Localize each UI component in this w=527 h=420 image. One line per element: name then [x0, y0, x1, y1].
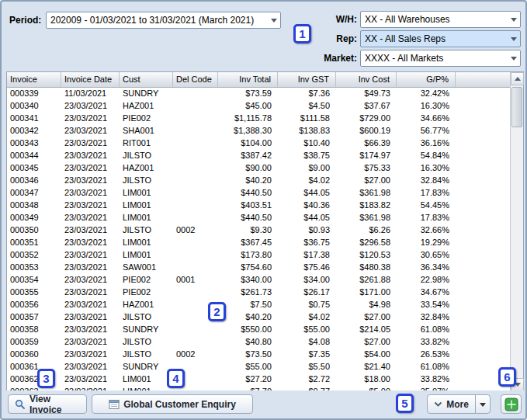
- table-cell: $4.02: [278, 311, 336, 324]
- table-cell: 23/03/2021: [61, 237, 120, 249]
- table-row[interactable]: 00034523/03/2021HAZ001$90.00$9.00$75.331…: [7, 162, 510, 175]
- table-cell: 000349: [7, 212, 61, 224]
- table-cell: $40.36: [278, 200, 336, 212]
- table-cell: 32.66%: [397, 224, 456, 237]
- table-row[interactable]: 00035023/03/2021JILSTO0002$9.30$0.93$6.2…: [7, 224, 510, 237]
- table-cell: $4.98: [336, 299, 397, 311]
- table-cell: 23/03/2021: [61, 187, 120, 200]
- market-select[interactable]: XXXX - All Markets: [360, 50, 521, 67]
- column-header-inv-cost[interactable]: Inv Cost: [336, 72, 397, 87]
- table-cell: JILSTO: [120, 224, 173, 237]
- warehouse-select[interactable]: XX - All Warehouses: [360, 11, 521, 28]
- table-row[interactable]: 00034923/03/2021LIM001$440.50$44.05$361.…: [7, 212, 510, 224]
- table-cell: $361.98: [336, 212, 397, 224]
- table-row[interactable]: 00034223/03/2021SHA001$1,388.30$138.83$6…: [7, 125, 510, 137]
- table-cell: 23/03/2021: [61, 224, 120, 237]
- column-header-inv-gst[interactable]: Inv GST: [278, 72, 336, 87]
- chevron-down-icon[interactable]: [507, 12, 520, 27]
- more-dropdown-arrow-button[interactable]: [475, 394, 491, 414]
- table-cell: $40.80: [218, 336, 278, 349]
- scroll-up-button[interactable]: [511, 72, 524, 85]
- table-cell: $480.38: [336, 262, 397, 274]
- table-cell: 0002: [173, 224, 218, 237]
- column-header-invoice[interactable]: Invoice: [7, 72, 61, 87]
- view-invoice-label: View Invoice: [29, 394, 80, 415]
- table-cell: $75.46: [278, 262, 336, 274]
- view-invoice-button[interactable]: View Invoice: [8, 394, 87, 414]
- table-cell: $55.00: [278, 324, 336, 336]
- table-cell: $27.20: [218, 373, 278, 386]
- table-cell-filler: [456, 88, 510, 100]
- table-cell-filler: [456, 286, 510, 299]
- table-cell: 23/03/2021: [61, 100, 120, 113]
- table-cell: 000342: [7, 125, 61, 137]
- table-cell: $367.45: [218, 237, 278, 249]
- table-cell: $1,388.30: [218, 125, 278, 137]
- column-header-invoice-date[interactable]: Invoice Date: [61, 72, 120, 87]
- table-cell: 000354: [7, 274, 61, 286]
- table-cell: HAZ001: [120, 162, 173, 175]
- table-cell: PIE002: [120, 286, 173, 299]
- table-row[interactable]: 00035423/03/2021PIE0020001$340.00$34.00$…: [7, 274, 510, 286]
- table-row[interactable]: 00036023/03/2021JILSTO0002$73.50$7.35$54…: [7, 349, 510, 361]
- table-cell: [173, 237, 218, 249]
- period-select[interactable]: 202009 - 01/03/2021 to 31/03/2021 (March…: [46, 12, 281, 29]
- table-row[interactable]: 00034023/03/2021HAZ001$45.00$4.50$37.671…: [7, 100, 510, 113]
- rep-select[interactable]: XX - All Sales Reps: [360, 30, 521, 47]
- vertical-scrollbar[interactable]: [510, 72, 523, 391]
- chevron-down-icon[interactable]: [507, 50, 520, 66]
- table-cell-filler: [456, 175, 510, 187]
- chevron-down-icon[interactable]: [267, 12, 280, 28]
- table-cell: 000343: [7, 137, 61, 150]
- table-cell: $387.42: [218, 150, 278, 162]
- market-label: Market:: [324, 53, 357, 64]
- table-row[interactable]: 00034723/03/2021LIM001$440.50$44.05$361.…: [7, 187, 510, 200]
- column-header-gp-percent[interactable]: G/P%: [397, 72, 456, 87]
- table-cell-filler: [456, 324, 510, 336]
- table-row[interactable]: 00034623/03/2021JILSTO$40.20$4.02$27.003…: [7, 175, 510, 187]
- table-cell: $44.05: [278, 187, 336, 200]
- rep-label: Rep:: [326, 33, 357, 44]
- table-cell: $40.20: [218, 311, 278, 324]
- table-row[interactable]: 00035823/03/2021SUNDRY$550.00$55.00$214.…: [7, 324, 510, 336]
- table-row[interactable]: 00035523/03/2021PIE002$261.73$26.17$171.…: [7, 286, 510, 299]
- more-button[interactable]: More: [427, 394, 476, 414]
- table-cell: SUNDRY: [120, 361, 173, 373]
- table-row[interactable]: 00035223/03/2021LIM001$173.80$17.38$120.…: [7, 249, 510, 262]
- table-row[interactable]: 00035723/03/2021JILSTO$40.20$4.02$27.003…: [7, 311, 510, 324]
- table-row[interactable]: 00033911/03/2021SUNDRY$73.59$7.36$49.733…: [7, 88, 510, 100]
- table-cell: JILSTO: [120, 150, 173, 162]
- table-cell: $4.08: [278, 336, 336, 349]
- table-cell: $21.40: [336, 361, 397, 373]
- table-row[interactable]: 00034123/03/2021PIE002$1,115.78$111.58$7…: [7, 113, 510, 125]
- table-row[interactable]: 00035323/03/2021SAW001$754.60$75.46$480.…: [7, 262, 510, 274]
- export-to-excel-button[interactable]: [501, 394, 522, 414]
- table-cell: [173, 262, 218, 274]
- table-cell: 000341: [7, 113, 61, 125]
- table-cell: [173, 175, 218, 187]
- table-row[interactable]: 00036123/03/2021SUNDRY$55.00$5.50$21.406…: [7, 361, 510, 373]
- global-customer-enquiry-button[interactable]: Global Customer Enquiry: [92, 394, 253, 414]
- table-row[interactable]: 00035623/03/2021HAZ001$7.50$0.75$4.9833.…: [7, 299, 510, 311]
- annotation-badge-6: 6: [498, 367, 516, 387]
- table-cell: 32.84%: [397, 311, 456, 324]
- magnifier-icon: [15, 399, 26, 410]
- column-header-del-code[interactable]: Del Code: [173, 72, 218, 87]
- table-row[interactable]: 00036223/03/2021LIM001$27.20$2.72$18.003…: [7, 373, 510, 386]
- table-row[interactable]: 00034423/03/2021JILSTO$387.42$38.75$174.…: [7, 150, 510, 162]
- table-cell: $0.93: [278, 224, 336, 237]
- chevron-down-icon[interactable]: [507, 31, 520, 47]
- table-cell: $104.00: [218, 137, 278, 150]
- table-row[interactable]: 00034323/03/2021RIT001$104.00$10.40$66.3…: [7, 137, 510, 150]
- table-cell: 000340: [7, 100, 61, 113]
- table-cell: 54.84%: [397, 150, 456, 162]
- table-cell-filler: [456, 200, 510, 212]
- table-row[interactable]: 00035923/03/2021JILSTO$40.80$4.08$27.003…: [7, 336, 510, 349]
- table-row[interactable]: 00035123/03/2021LIM001$367.45$36.75$296.…: [7, 237, 510, 249]
- scroll-thumb[interactable]: [511, 87, 522, 127]
- chevron-down-icon: [434, 401, 442, 408]
- column-header-cust[interactable]: Cust: [120, 72, 173, 87]
- table-cell: $173.80: [218, 249, 278, 262]
- table-row[interactable]: 00034823/03/2021LIM001$403.51$40.36$183.…: [7, 200, 510, 212]
- column-header-inv-total[interactable]: Inv Total: [218, 72, 278, 87]
